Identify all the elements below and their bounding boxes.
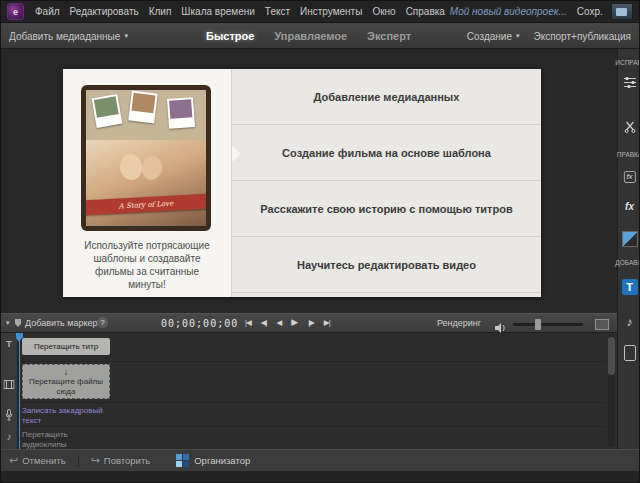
pointer-triangle <box>232 146 241 162</box>
video-track-icon[interactable] <box>4 375 15 393</box>
frame-back-button[interactable]: ◀| <box>261 318 267 327</box>
effects-box-icon[interactable]: fx <box>623 171 635 183</box>
chevron-down-icon: ▾ <box>516 32 520 40</box>
polaroid-photo <box>128 91 157 124</box>
undo-icon: ↩ <box>9 455 18 466</box>
action-rail: ИСПРАВ. ПРАВКА fx fx ДОБАВЛ. T ♪ <box>617 49 640 449</box>
menu-window[interactable]: Окно <box>372 6 395 17</box>
drag-title-button[interactable]: Перетащить титр <box>22 338 110 355</box>
welcome-caption: Используйте потрясающие шаблоны и создав… <box>75 239 219 291</box>
titles-icon[interactable]: T <box>622 279 638 295</box>
title-track-icon[interactable]: T <box>6 339 12 349</box>
zoom-slider[interactable] <box>513 323 583 326</box>
voiceover-track: Записать закадровый текст <box>18 403 605 427</box>
welcome-item-titles[interactable]: Расскажите свою историю с помощью титров <box>232 181 541 237</box>
zoom-slider-thumb[interactable] <box>535 319 541 330</box>
mode-tabs: Быстрое Управляемое Эксперт <box>206 23 411 49</box>
template-preview-image: A Story of Love <box>81 85 211 231</box>
render-label: Рендеринг <box>437 318 481 328</box>
play-button[interactable]: ▶ <box>291 317 298 327</box>
welcome-item-learn-editing[interactable]: Научитесь редактировать видео <box>232 237 541 293</box>
toolbar: Добавить медиаданные ▾ Быстрое Управляем… <box>1 23 639 49</box>
collapse-chevron-icon[interactable]: ▾ <box>6 319 10 327</box>
chevron-down-icon: ▾ <box>124 32 128 40</box>
welcome-item-instant-movie[interactable]: Создание фильма на основе шаблона <box>232 125 541 181</box>
drag-audio-hint: Перетащить аудиоклипы <box>22 430 112 449</box>
redo-icon: ↪ <box>91 455 100 466</box>
polaroid-photo <box>167 97 195 129</box>
divider <box>78 455 79 467</box>
menu-help[interactable]: Справка <box>406 6 445 17</box>
adjust-sliders-icon[interactable] <box>623 75 637 93</box>
welcome-card: A Story of Love Используйте потрясающие … <box>63 69 541 297</box>
save-icon[interactable] <box>611 3 633 20</box>
menu-clip[interactable]: Клип <box>149 6 172 17</box>
undo-button[interactable]: ↩ Отменить <box>9 455 66 466</box>
timeline-toolbar: ▾ Добавить маркер ? 00;00;00;00 |◀ ◀| ◀ … <box>1 313 617 333</box>
timecode-display[interactable]: 00;00;00;00 <box>161 318 238 329</box>
project-name: Мой новый видеопроек... <box>450 6 567 17</box>
menu-text[interactable]: Текст <box>265 6 290 17</box>
go-to-start-button[interactable]: |◀ <box>245 318 251 327</box>
record-voiceover-link[interactable]: Записать закадровый текст <box>22 406 112 425</box>
effects-icon[interactable]: fx <box>625 201 634 212</box>
audio-track-icon[interactable]: ♪ <box>7 431 12 442</box>
track-header-gutter: T ♪ <box>1 333 18 449</box>
organizer-grid-icon <box>176 454 189 467</box>
step-back-button[interactable]: ◀ <box>276 318 281 327</box>
timeline-scrollbar-thumb[interactable] <box>608 337 615 375</box>
app-logo-icon: e <box>7 3 24 20</box>
title-track: Перетащить титр <box>18 333 605 362</box>
tab-guided[interactable]: Управляемое <box>274 30 347 42</box>
rail-label-add: ДОБАВЛ. <box>615 259 640 266</box>
music-icon[interactable]: ♪ <box>627 315 633 329</box>
film-frame-icon[interactable] <box>595 319 609 330</box>
clipart-icon[interactable] <box>624 345 636 361</box>
redo-button[interactable]: ↪ Повторить <box>91 455 151 466</box>
welcome-item-add-media[interactable]: Добавление медиаданных <box>232 69 541 125</box>
audio-track: Перетащить аудиоклипы <box>18 427 605 448</box>
polaroid-photo <box>92 94 123 128</box>
microphone-icon[interactable] <box>5 407 13 425</box>
menu-timeline[interactable]: Шкала времени <box>181 6 254 17</box>
bottom-bar: ↩ Отменить ↪ Повторить Организатор <box>1 449 639 471</box>
add-marker-button[interactable]: Добавить маркер <box>25 318 98 328</box>
menu-file[interactable]: Файл <box>35 6 60 17</box>
tab-expert[interactable]: Эксперт <box>367 30 411 42</box>
save-button[interactable]: Сохр. <box>577 6 603 17</box>
organizer-button[interactable]: Организатор <box>176 454 250 467</box>
playhead-handle[interactable] <box>16 333 23 338</box>
playhead[interactable] <box>19 333 20 449</box>
rail-label-edit: ПРАВКА <box>617 151 640 158</box>
tab-quick[interactable]: Быстрое <box>206 30 254 42</box>
app-window: e Файл Редактировать Клип Шкала времени … <box>0 0 640 483</box>
timeline: T ♪ Перетащить титр ↓ Перетащите файлы с… <box>1 333 617 449</box>
marker-icon <box>15 319 21 327</box>
scissors-icon[interactable] <box>624 119 636 137</box>
timeline-scrollbar[interactable] <box>608 335 615 447</box>
menubar: e Файл Редактировать Клип Шкала времени … <box>1 1 639 23</box>
create-button[interactable]: Создание ▾ <box>467 31 520 42</box>
frame-forward-button[interactable]: |▶ <box>308 318 314 327</box>
down-arrow-icon: ↓ <box>64 367 69 377</box>
go-to-end-button[interactable]: ▶| <box>324 318 330 327</box>
welcome-photo-pane: A Story of Love Используйте потрясающие … <box>63 69 231 297</box>
transport-controls: |◀ ◀| ◀ ▶ |▶ ▶| <box>245 317 330 327</box>
video-track: ↓ Перетащите файлы сюда <box>18 362 605 403</box>
media-drop-zone[interactable]: ↓ Перетащите файлы сюда <box>22 364 110 399</box>
ribbon-banner: A Story of Love <box>86 194 206 216</box>
rail-label-fix: ИСПРАВ. <box>615 59 640 66</box>
window-edge <box>1 471 639 483</box>
menu-tools[interactable]: Инструменты <box>300 6 362 17</box>
main-content: A Story of Love Используйте потрясающие … <box>1 49 617 313</box>
transition-icon[interactable] <box>622 231 638 247</box>
add-media-button[interactable]: Добавить медиаданные ▾ <box>9 23 128 49</box>
export-publish-button[interactable]: Экспорт+публикация <box>533 31 631 42</box>
help-icon[interactable]: ? <box>97 317 108 328</box>
welcome-menu: Добавление медиаданных Создание фильма н… <box>231 69 541 297</box>
menu-edit[interactable]: Редактировать <box>70 6 139 17</box>
